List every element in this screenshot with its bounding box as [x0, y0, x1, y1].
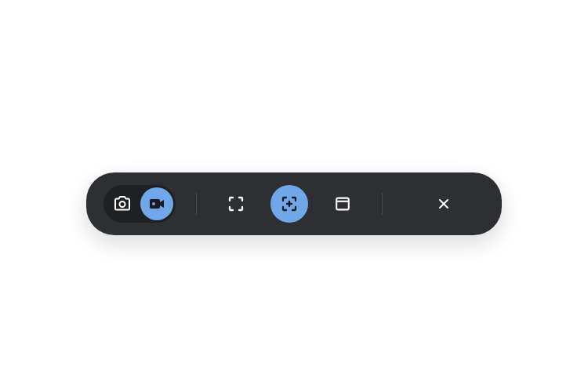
video-mode-button[interactable] [140, 187, 173, 220]
screen-capture-toolbar [86, 172, 502, 235]
partial-screen-icon [280, 194, 299, 213]
partial-capture-button[interactable] [270, 185, 308, 223]
fullscreen-capture-button[interactable] [217, 185, 255, 223]
window-icon [334, 195, 351, 212]
capture-mode-toggle [103, 185, 176, 223]
svg-rect-3 [336, 198, 349, 210]
video-icon [147, 194, 166, 213]
fullscreen-icon [227, 194, 245, 213]
separator [382, 193, 383, 215]
screenshot-mode-button[interactable] [106, 187, 139, 220]
camera-icon [113, 194, 132, 213]
separator [196, 193, 197, 215]
close-button[interactable] [425, 185, 463, 223]
svg-point-0 [120, 201, 125, 207]
close-icon [436, 196, 452, 212]
svg-point-2 [152, 202, 155, 205]
window-capture-button[interactable] [324, 185, 361, 223]
